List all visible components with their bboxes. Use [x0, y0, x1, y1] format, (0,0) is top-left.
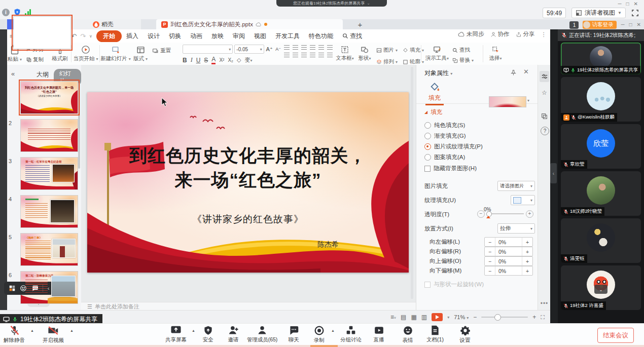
subscript-icon[interactable]: X₂ — [228, 57, 233, 63]
underline-icon[interactable]: U — [196, 57, 201, 64]
select-button[interactable]: 选择▾ — [486, 43, 505, 65]
star-icon[interactable]: ☆ — [540, 87, 549, 98]
picture-button[interactable]: 图片▾ — [376, 45, 398, 55]
increase-indent-icon[interactable] — [310, 45, 315, 50]
close-icon[interactable]: ✕ — [634, 2, 638, 7]
justify-icon[interactable] — [310, 53, 315, 58]
font-family-select[interactable]: ▾ — [183, 45, 233, 54]
italic-icon[interactable]: I — [191, 56, 193, 64]
checkbox-rotate-with-shape[interactable]: 与形状一起旋转(W) — [424, 281, 484, 288]
bold-icon[interactable]: B — [183, 57, 187, 64]
chevron-up-icon[interactable]: ▲ — [70, 329, 74, 332]
help-icon[interactable]: ? — [541, 127, 549, 135]
slide-thumbnail-3[interactable]: 第一站：红军长征粤北纪念馆 — [20, 157, 78, 190]
transparency-slider[interactable] — [486, 213, 524, 214]
reset-button[interactable]: 重置 — [152, 46, 171, 56]
checkbox-hide-background[interactable]: 隐藏背景图形(H) — [424, 165, 477, 172]
more-icon[interactable]: ⋮ — [541, 31, 547, 38]
unmute-button[interactable]: 解除静音 — [0, 325, 30, 344]
plus-icon[interactable]: + — [522, 266, 532, 275]
chevron-down-icon[interactable]: ∨ — [89, 34, 92, 38]
slides-scrollbar[interactable] — [78, 83, 80, 169]
slide-thumbnail-1[interactable]: 到红色历史文化丰厚的韶关，来一场“红色之旅” 《讲讲家乡的红色故事》 — [20, 81, 78, 114]
invite-button[interactable]: 邀请 — [217, 325, 249, 343]
placement-select[interactable]: 拉伸▾ — [497, 223, 535, 234]
participant-tile[interactable]: 温雯钰 — [561, 218, 641, 263]
normal-view-icon[interactable]: ▤ — [401, 314, 406, 321]
participant-tile[interactable]: 18汉师2叶晓莹 — [561, 171, 641, 216]
bullet-list-icon[interactable] — [284, 45, 290, 50]
zoom-level[interactable]: 71% ▾ — [454, 314, 469, 320]
menu-design[interactable]: 设计 — [143, 30, 164, 42]
notes-bar[interactable]: ☰ 单击此处添加备注 — [81, 302, 422, 311]
fullscreen-icon[interactable] — [631, 9, 639, 17]
shapes-button[interactable]: 形状▾ — [356, 43, 373, 65]
menu-insert[interactable]: 插入 — [122, 30, 143, 42]
decrease-indent-icon[interactable] — [301, 45, 307, 50]
chevron-down-icon[interactable]: ▾ — [447, 315, 449, 320]
fit-to-window-icon[interactable]: ⛶ — [541, 314, 545, 321]
slide-subtitle[interactable]: 《讲讲家乡的红色故事》 — [87, 213, 409, 226]
shield-icon[interactable] — [13, 8, 21, 16]
play-current-button[interactable]: 当页开始 ▾ — [73, 43, 98, 65]
notes-toggle-icon[interactable]: ≡˅ — [390, 314, 396, 321]
slide-title-line1[interactable]: 到红色历史文化丰厚的韶关， — [87, 144, 409, 168]
participant-tile[interactable]: 欣莹 章欣莹 — [561, 124, 641, 169]
end-meeting-button[interactable]: 结束会议 — [597, 328, 634, 343]
close-icon[interactable]: ✕ — [637, 22, 641, 27]
slideshow-button[interactable] — [432, 313, 443, 321]
layout-button[interactable]: 版式 ▾ — [131, 43, 150, 65]
plus-icon[interactable]: + — [522, 247, 532, 256]
record-button[interactable]: 录制 — [303, 325, 335, 344]
offset-right-stepper[interactable]: −0%+ — [484, 247, 533, 256]
collapse-handle[interactable]: ‹ — [550, 163, 557, 183]
menu-start[interactable]: 开始 — [96, 30, 122, 42]
undo-icon[interactable]: ↶ — [71, 32, 77, 40]
slide-thumbnail-1[interactable] — [13, 16, 71, 49]
chevron-up-icon[interactable]: ▲ — [331, 329, 335, 332]
radio-pattern-fill[interactable]: 图案填充(A) — [424, 153, 465, 161]
radio-picture-fill[interactable]: 图片或纹理填充(P) — [424, 143, 483, 150]
tab-document[interactable]: P 到红色历史文化丰厚的韶关.pptx — [156, 19, 343, 29]
align-left-icon[interactable] — [284, 53, 290, 58]
menu-slideshow[interactable]: 放映 — [207, 30, 228, 42]
fill-preview-swatch[interactable] — [489, 96, 526, 107]
pin-icon[interactable] — [510, 69, 517, 76]
menu-animation[interactable]: 动画 — [186, 30, 207, 42]
presenter-view-button[interactable]: 演讲者视图 ▼ — [571, 8, 626, 18]
live-button[interactable]: 直播 — [363, 325, 395, 343]
align-center-icon[interactable] — [293, 53, 298, 58]
maximize-icon[interactable]: □ — [626, 2, 629, 7]
radio-solid-fill[interactable]: 纯色填充(S) — [424, 122, 465, 129]
chevron-up-icon[interactable]: ▲ — [30, 329, 34, 332]
share-button[interactable]: 分享 — [516, 30, 535, 38]
font-size-select[interactable]: -0.05▾ — [234, 45, 264, 54]
minus-icon[interactable]: − — [485, 266, 495, 275]
tab-docer[interactable]: 稻壳 — [65, 19, 141, 29]
close-panel-icon[interactable]: ✕ — [523, 68, 529, 75]
transparency-plus-icon[interactable]: + — [526, 210, 533, 218]
menu-transition[interactable]: 切换 — [164, 30, 186, 42]
copy-button[interactable]: 复制 — [26, 55, 49, 65]
reading-view-icon[interactable]: ▥ — [421, 314, 427, 321]
fill-tab[interactable]: 填充 — [425, 81, 444, 105]
zoom-slider[interactable] — [481, 317, 528, 318]
guest-login-button[interactable]: 访客登录 — [583, 21, 617, 29]
menu-special-features[interactable]: 特色功能 — [304, 30, 338, 42]
menu-view[interactable]: 视图 — [249, 30, 271, 42]
superscript-icon[interactable]: X² — [219, 57, 224, 63]
slide-thumbnail-4[interactable] — [20, 195, 78, 228]
new-slide-button[interactable]: 新建幻灯片 ▾ — [101, 43, 130, 65]
participant-tile[interactable]: @Kweislin桂朕麟 — [561, 77, 641, 122]
columns-icon[interactable] — [327, 45, 333, 50]
present-tools-button[interactable]: 演示工具▾ — [424, 43, 450, 65]
replace-button[interactable]: 替换▾ — [452, 55, 481, 65]
minimize-icon[interactable]: ─ — [618, 2, 621, 7]
numbered-list-icon[interactable] — [293, 45, 298, 50]
zoom-slider-knob[interactable] — [494, 314, 501, 321]
minus-icon[interactable]: − — [485, 247, 495, 256]
redo-icon[interactable]: ↷ — [80, 32, 86, 40]
tab-outline[interactable]: 大纲 — [37, 70, 49, 79]
slide-editor[interactable]: 到红色历史文化丰厚的韶关， 来一场“红色之旅” 《讲讲家乡的红色故事》 陈杰希 — [87, 92, 409, 273]
find-button[interactable]: 查找 — [452, 45, 481, 55]
